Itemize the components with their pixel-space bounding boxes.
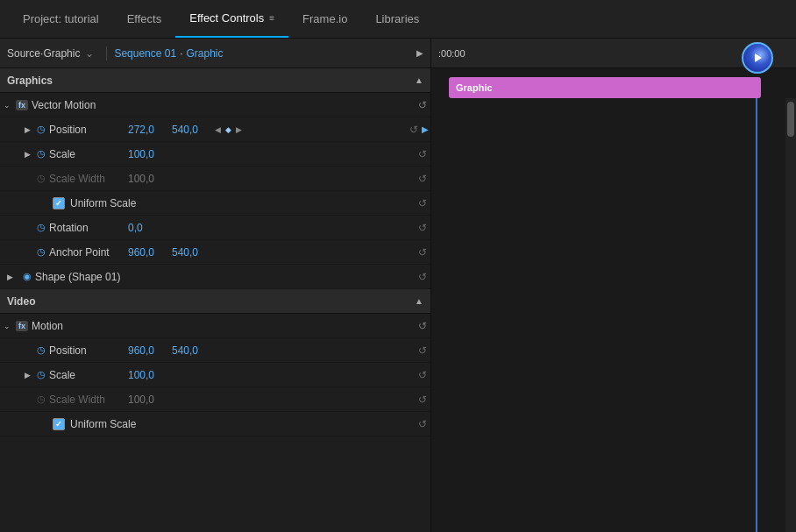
prop-row-position-video: ▶ ◷ Position 960,0 540,0 ↺: [0, 338, 430, 363]
tab-menu-icon[interactable]: ≡: [269, 13, 274, 23]
uniform-scale-checkbox[interactable]: ✓: [53, 197, 65, 209]
clip-label: Graphic: [456, 82, 493, 93]
section-collapse-graphics[interactable]: ▲: [415, 75, 423, 85]
section-title-video: Video: [7, 295, 415, 308]
position-value1[interactable]: 272,0: [128, 124, 168, 136]
tab-effect-controls[interactable]: Effect Controls ≡: [175, 0, 288, 38]
playhead-head[interactable]: [742, 42, 773, 74]
tab-libraries[interactable]: Libraries: [361, 0, 433, 38]
position-expand[interactable]: ▶: [21, 125, 33, 134]
prop-name-scalev: Scale: [49, 369, 128, 381]
section-title-graphics: Graphics: [7, 74, 415, 87]
scalev-clock-icon: ◷: [33, 369, 49, 380]
kf-prev-btn[interactable]: ◀: [214, 124, 222, 135]
effect-group-motion[interactable]: ⌄ fx Motion ↺: [0, 314, 430, 338]
timeline-body: Graphic: [431, 68, 796, 532]
prop-reset-position[interactable]: ↺: [409, 124, 418, 136]
rotation-value1[interactable]: 0,0: [128, 222, 168, 234]
prop-reset-scalewidthv: ↺: [418, 394, 427, 406]
prop-reset-scale[interactable]: ↺: [418, 148, 427, 160]
fx-badge-vm: fx: [16, 100, 28, 110]
shape-expand[interactable]: ▶: [7, 273, 19, 281]
scale-expand[interactable]: ▶: [21, 150, 33, 159]
right-scrollbar[interactable]: [785, 98, 796, 532]
prop-name-rotation: Rotation: [49, 222, 128, 234]
subheader-seq-link[interactable]: Sequence 01: [114, 47, 176, 60]
scalewidth-value1: 100,0: [128, 173, 168, 185]
motion-chevron: ⌄: [4, 322, 16, 330]
section-collapse-video[interactable]: ▲: [415, 296, 423, 306]
anchor-expand: ▶: [21, 248, 33, 257]
prop-reset-positionv[interactable]: ↺: [418, 344, 427, 357]
header-divider: [106, 46, 107, 60]
prop-row-scale-width: ▶ ◷ Scale Width 100,0 ↺: [0, 167, 430, 191]
prop-name-scalewidthv: Scale Width: [49, 394, 128, 406]
prop-reset-uniformscale[interactable]: ↺: [418, 197, 427, 209]
graphic-clip[interactable]: Graphic: [449, 77, 761, 98]
kf-next-btn[interactable]: ▶: [235, 124, 243, 135]
uniform-scale-video-label: Uniform Scale: [70, 418, 136, 430]
prop-row-scale: ▶ ◷ Scale 100,0 ↺: [0, 142, 430, 167]
prop-reset-uniformscalev[interactable]: ↺: [418, 418, 427, 430]
tab-frameio-label: Frame.io: [302, 12, 347, 25]
shape-eye-icon: ◉: [19, 271, 35, 282]
playhead-triangle: [755, 53, 762, 62]
scrollbar-thumb[interactable]: [787, 102, 794, 137]
prop-name-position: Position: [49, 124, 128, 136]
section-header-video: Video ▲: [0, 289, 430, 314]
scalev-value1[interactable]: 100,0: [128, 369, 168, 381]
left-panel: Source · Graphic ⌄ Sequence 01 · Graphic…: [0, 39, 431, 532]
rotation-clock-icon: ◷: [33, 222, 49, 233]
right-panel: :00:00 Graphic: [431, 39, 796, 532]
effect-group-vector-motion[interactable]: ⌄ fx Vector Motion ↺: [0, 93, 430, 117]
prop-reset-anchor[interactable]: ↺: [418, 246, 427, 259]
prop-arrow-position: ▶: [422, 124, 429, 134]
positionv-value1[interactable]: 960,0: [128, 344, 168, 357]
kf-add-btn[interactable]: ◆: [224, 124, 232, 135]
vm-chevron: ⌄: [4, 101, 16, 110]
prop-name-anchor: Anchor Point: [49, 246, 128, 259]
reset-vm[interactable]: ↺: [418, 99, 427, 111]
prop-reset-scalev[interactable]: ↺: [418, 369, 427, 381]
uniform-scale-video-checkbox[interactable]: ✓: [53, 418, 65, 430]
tab-effects[interactable]: Effects: [113, 0, 176, 38]
effect-name-vm: Vector Motion: [32, 99, 96, 111]
prop-row-position: ▶ ◷ Position 272,0 540,0 ◀ ◆ ▶ ↺ ▶: [0, 117, 430, 142]
subheader-sep2: ·: [180, 47, 182, 60]
subheader-graphic-link[interactable]: Graphic: [186, 47, 223, 60]
prop-reset-rotation[interactable]: ↺: [418, 222, 427, 234]
uniform-scale-label: Uniform Scale: [70, 197, 136, 209]
scalewidth-expand: ▶: [21, 174, 33, 183]
subheader-source-label: Source: [7, 47, 40, 60]
tab-effects-label: Effects: [127, 12, 162, 25]
fx-badge-motion: fx: [16, 321, 28, 331]
prop-row-anchor: ▶ ◷ Anchor Point 960,0 540,0 ↺: [0, 240, 430, 265]
anchor-value1[interactable]: 960,0: [128, 246, 168, 259]
subheader-arrow[interactable]: ▶: [416, 48, 423, 58]
tab-frameio[interactable]: Frame.io: [288, 0, 361, 38]
uniform-scale-row: ✓ Uniform Scale ↺: [0, 191, 430, 216]
scalev-expand[interactable]: ▶: [21, 371, 33, 379]
reset-motion[interactable]: ↺: [418, 320, 427, 332]
prop-reset-shape[interactable]: ↺: [418, 271, 427, 283]
uniform-scale-video-checkmark: ✓: [55, 420, 62, 429]
anchor-value2[interactable]: 540,0: [172, 246, 212, 259]
positionv-clock-icon: ◷: [33, 344, 49, 356]
scalewidthv-value1: 100,0: [128, 394, 168, 406]
subheader-source-value: Graphic: [43, 47, 80, 60]
tab-bar: Project: tutorial Effects Effect Control…: [0, 0, 796, 39]
prop-name-scalewidth: Scale Width: [49, 173, 128, 185]
scalewidthv-expand: ▶: [21, 395, 33, 404]
shape-name: Shape (Shape 01): [35, 271, 120, 283]
tab-project[interactable]: Project: tutorial: [9, 0, 113, 38]
prop-name-scale: Scale: [49, 148, 128, 160]
prop-row-scale-video: ▶ ◷ Scale 100,0 ↺: [0, 363, 430, 387]
uniform-scale-video-row: ✓ Uniform Scale ↺: [0, 412, 430, 436]
position-value2[interactable]: 540,0: [172, 124, 212, 136]
scale-value1[interactable]: 100,0: [128, 148, 168, 160]
prop-row-rotation: ▶ ◷ Rotation 0,0 ↺: [0, 216, 430, 240]
effect-name-motion: Motion: [32, 320, 63, 332]
positionv-value2[interactable]: 540,0: [172, 344, 212, 357]
dropdown-icon[interactable]: ⌄: [85, 47, 94, 60]
position-keyframe-controls: ◀ ◆ ▶: [214, 124, 243, 135]
